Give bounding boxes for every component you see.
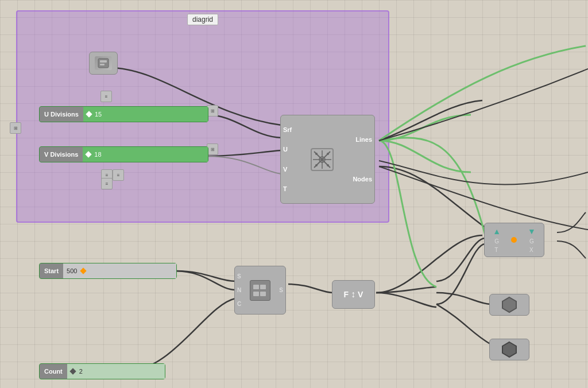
u-divisions-slider[interactable]: U Divisions 15 — [39, 106, 208, 122]
mini-node-2[interactable]: ⊞ — [207, 105, 218, 117]
hex-icon-2 — [500, 341, 519, 358]
gt-output-g: G — [529, 238, 534, 245]
panel-icon — [95, 56, 112, 70]
svg-point-9 — [327, 153, 329, 155]
svg-point-10 — [315, 164, 318, 166]
fy-node[interactable]: F ↕ V — [332, 280, 375, 309]
srf-outputs: Lines Nodes — [340, 115, 374, 203]
mini-node-7[interactable]: ≡ — [101, 178, 113, 189]
count-value: 2 — [79, 368, 83, 375]
fy-label-v: V — [358, 290, 363, 299]
u-divisions-label: U Divisions — [40, 107, 83, 122]
v-divisions-track[interactable]: 18 — [83, 147, 208, 162]
mini-node-4[interactable]: ⊞ — [207, 143, 218, 155]
svg-rect-15 — [260, 292, 266, 296]
srf-input-srf: Srf — [283, 126, 301, 133]
gt-output-x: X — [529, 247, 534, 253]
svg-rect-12 — [253, 285, 259, 289]
snc-input-n: N — [237, 287, 244, 293]
gt-node[interactable]: ▲ G T ▼ G X — [484, 223, 544, 257]
snc-middle — [246, 266, 274, 314]
panel-node[interactable] — [89, 52, 118, 75]
diamond-icon — [86, 111, 92, 117]
svg-rect-1 — [100, 60, 107, 63]
svg-rect-0 — [98, 59, 109, 68]
snc-inputs: S N C — [235, 266, 246, 314]
hex-icon-1 — [500, 296, 519, 313]
diamond-icon-2 — [86, 151, 92, 157]
srf-icon — [311, 148, 334, 171]
u-divisions-value: 15 — [87, 111, 102, 118]
snc-input-c: C — [237, 301, 244, 307]
count-diamond-icon — [69, 368, 76, 374]
v-divisions-slider[interactable]: V Divisions 18 — [39, 146, 208, 162]
srf-output-lines: Lines — [342, 136, 372, 143]
group-label: diagrid — [187, 14, 218, 25]
svg-point-11 — [327, 164, 329, 166]
svg-rect-2 — [100, 64, 105, 65]
svg-rect-13 — [260, 285, 266, 289]
srf-node[interactable]: Srf U V T Lines Nodes — [280, 115, 375, 204]
start-slider[interactable]: Start 500 — [39, 263, 177, 279]
u-divisions-track[interactable]: 15 — [83, 107, 208, 122]
srf-input-t: T — [283, 185, 301, 192]
svg-rect-14 — [253, 292, 259, 296]
srf-middle — [304, 115, 340, 203]
snc-node[interactable]: S N C S — [234, 266, 286, 315]
snc-input-s: S — [237, 273, 244, 280]
svg-marker-17 — [502, 342, 516, 357]
snc-output-s: S — [276, 287, 283, 293]
arrow-up-icon: ▲ — [493, 227, 501, 236]
count-track[interactable]: 2 — [67, 364, 165, 379]
dot-orange-icon — [511, 237, 517, 243]
svg-marker-16 — [502, 297, 516, 312]
mini-node-3[interactable]: ⊞ — [10, 122, 21, 134]
count-value-wrapper: 2 — [71, 368, 83, 375]
srf-input-u: U — [283, 146, 301, 153]
count-label: Count — [40, 364, 67, 379]
count-slider[interactable]: Count 2 — [39, 363, 165, 379]
gt-input-g: G — [494, 238, 499, 245]
hex-node-2[interactable] — [489, 339, 529, 360]
srf-output-nodes: Nodes — [342, 176, 372, 183]
start-label: Start — [40, 263, 63, 278]
fy-icon: ↕ — [351, 289, 355, 300]
mini-node-6[interactable]: ≡ — [113, 169, 124, 181]
v-divisions-label: V Divisions — [40, 147, 83, 162]
start-value: 500 — [67, 267, 87, 274]
fy-label-f: F — [344, 290, 349, 299]
mini-node-1[interactable]: ≡ — [100, 91, 112, 102]
srf-input-v: V — [283, 166, 301, 173]
svg-point-8 — [315, 153, 318, 155]
hex-node-1[interactable] — [489, 294, 529, 316]
arrow-down-icon: ▼ — [528, 227, 536, 236]
v-divisions-value: 18 — [86, 151, 101, 158]
diamond-orange-icon — [80, 267, 87, 274]
snc-outputs: S — [274, 266, 285, 314]
srf-inputs: Srf U V T — [281, 115, 304, 203]
gt-input-t: T — [494, 247, 499, 253]
start-track[interactable]: 500 — [63, 263, 176, 278]
